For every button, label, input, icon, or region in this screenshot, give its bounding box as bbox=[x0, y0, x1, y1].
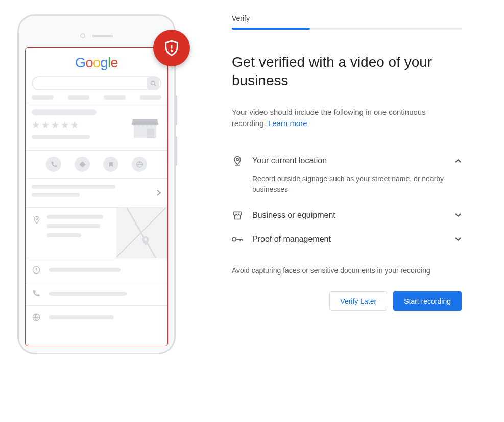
globe-icon bbox=[32, 313, 42, 322]
action-icons-row bbox=[26, 151, 167, 178]
start-recording-button[interactable]: Start recording bbox=[393, 291, 462, 311]
globe-icon bbox=[132, 157, 147, 172]
learn-more-link[interactable]: Learn more bbox=[268, 119, 307, 128]
requirements-accordion: Your current location Record outside sig… bbox=[232, 148, 462, 251]
chevron-down-icon bbox=[454, 213, 462, 218]
address-map-section bbox=[26, 208, 167, 258]
map-thumbnail bbox=[116, 208, 167, 258]
search-icon bbox=[147, 77, 159, 89]
directions-icon bbox=[75, 157, 90, 172]
step-label: Verify bbox=[232, 14, 462, 22]
expandable-section bbox=[26, 179, 167, 207]
phone-frame: Google ★★★★★ bbox=[17, 14, 176, 354]
main-content: Verify Get verified with a video of your… bbox=[232, 14, 462, 408]
progress-fill bbox=[232, 28, 310, 30]
accordion-header[interactable]: Business or equipment bbox=[232, 203, 462, 228]
button-row: Verify Later Start recording bbox=[232, 291, 462, 311]
svg-line-1 bbox=[154, 84, 156, 86]
key-icon bbox=[232, 236, 243, 243]
phone-speaker bbox=[80, 33, 113, 38]
svg-rect-3 bbox=[147, 129, 154, 138]
accordion-header[interactable]: Proof of management bbox=[232, 228, 462, 251]
accordion-body: Record outside signage such as your stre… bbox=[232, 173, 462, 203]
progress-bar bbox=[232, 28, 462, 30]
svg-point-0 bbox=[151, 81, 155, 85]
storefront-icon bbox=[132, 115, 158, 139]
svg-point-6 bbox=[144, 238, 147, 241]
accordion-header[interactable]: Your current location bbox=[232, 148, 462, 173]
search-bar-placeholder bbox=[32, 76, 161, 90]
verify-later-button[interactable]: Verify Later bbox=[329, 291, 387, 311]
svg-point-13 bbox=[232, 237, 236, 241]
phone-icon bbox=[46, 157, 61, 172]
listing-section: ★★★★★ bbox=[26, 103, 167, 150]
chevron-right-icon bbox=[156, 189, 161, 196]
google-logo: Google bbox=[26, 55, 167, 71]
location-pin-icon bbox=[232, 155, 243, 166]
accordion-item-location: Your current location Record outside sig… bbox=[232, 148, 462, 203]
accordion-item-business: Business or equipment bbox=[232, 203, 462, 228]
storefront-icon bbox=[232, 210, 243, 220]
svg-point-11 bbox=[236, 158, 238, 160]
svg-point-5 bbox=[36, 218, 37, 219]
list-item bbox=[26, 306, 167, 329]
list-item bbox=[26, 258, 167, 282]
warning-text: Avoid capturing faces or sensitive docum… bbox=[232, 265, 462, 276]
bookmark-icon bbox=[103, 157, 118, 172]
accordion-title: Proof of management bbox=[252, 235, 445, 244]
location-pin-icon bbox=[33, 215, 41, 225]
chevron-down-icon bbox=[454, 237, 462, 242]
phone-screen: Google ★★★★★ bbox=[25, 47, 168, 346]
clock-icon bbox=[32, 265, 42, 275]
subtitle-text: Your video should include the following … bbox=[232, 108, 426, 128]
accordion-title: Your current location bbox=[252, 156, 445, 165]
accordion-item-proof: Proof of management bbox=[232, 228, 462, 251]
tab-placeholders bbox=[26, 95, 167, 103]
subtitle: Your video should include the following … bbox=[232, 107, 462, 130]
chevron-up-icon bbox=[454, 158, 462, 163]
phone-side-button bbox=[175, 136, 177, 166]
list-item bbox=[26, 282, 167, 305]
shield-alert-icon bbox=[153, 30, 190, 66]
phone-side-button bbox=[175, 95, 177, 125]
accordion-title: Business or equipment bbox=[252, 211, 445, 220]
page-title: Get verified with a video of your busine… bbox=[232, 53, 462, 90]
phone-icon bbox=[32, 289, 42, 298]
svg-point-10 bbox=[171, 51, 172, 52]
phone-illustration: Google ★★★★★ bbox=[17, 14, 176, 408]
